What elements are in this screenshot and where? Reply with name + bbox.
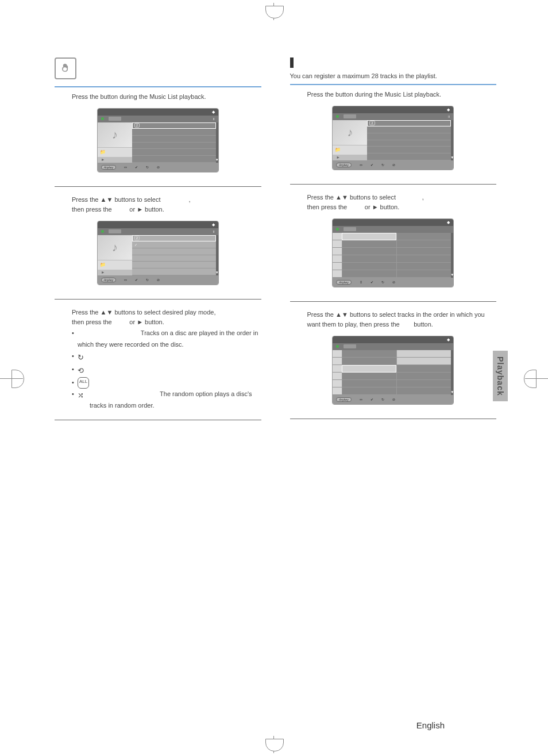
screenshot-footer: Anykey ⇔ ✔ ↻ ⊘ <box>98 163 218 172</box>
play-bar: ► <box>98 157 132 163</box>
intro-text: You can register a maximum 28 tracks in … <box>290 72 497 79</box>
updown-icon: ▲▼ <box>101 196 113 203</box>
divider <box>55 420 261 420</box>
screenshot-footer: Anykey ⇔ ✔ ↻ ⊘ <box>98 275 218 285</box>
play-bar: ► <box>333 155 367 160</box>
scroll-down-icon: ▼ <box>450 156 454 159</box>
title-bar-icon <box>290 57 294 68</box>
crop-mark-top <box>265 3 283 20</box>
bullet: • <box>72 364 74 377</box>
right-column: You can register a maximum 28 tracks in … <box>290 57 497 693</box>
foot-icon: ⇔ <box>124 278 127 282</box>
album-thumb: ♪ <box>333 120 367 145</box>
hand-icon <box>55 57 76 79</box>
right-arrow-icon: ► <box>137 318 143 325</box>
dot-icon: ◆ <box>447 108 450 112</box>
foot-icon: ⊘ <box>157 165 160 169</box>
updown-icon: ▲▼ <box>335 194 348 201</box>
list-row <box>367 140 451 147</box>
right-step1-text: Press the button during the Music List p… <box>307 90 497 100</box>
text: button. <box>145 206 164 213</box>
text: Press the <box>307 194 336 201</box>
badge: 2 <box>369 121 375 125</box>
list-row: 2 <box>132 235 216 242</box>
section-title-marker <box>290 57 497 68</box>
divider <box>55 299 261 300</box>
foot-icon: ⊘ <box>157 278 160 282</box>
text: Press the <box>72 196 101 203</box>
scroll-down-icon: ▼ <box>450 390 454 394</box>
crop-mark-left <box>0 378 23 379</box>
text: button. <box>414 321 433 328</box>
repeat-list-icon: ⟲ <box>78 364 84 377</box>
dot-icon: ◆ <box>447 220 450 225</box>
text: or <box>129 206 137 213</box>
rec-dot-icon <box>101 117 104 120</box>
text: then press the <box>72 318 114 325</box>
text: then press the <box>307 204 349 210</box>
text: Press the <box>307 91 336 98</box>
text: The random option plays a disc's tracks … <box>90 390 252 409</box>
bullet: • <box>72 351 74 364</box>
list-row <box>367 153 451 160</box>
list-row <box>132 149 216 156</box>
anykey-badge: Anykey <box>101 278 116 282</box>
list-row <box>367 133 451 140</box>
dot-icon: ◆ <box>212 110 215 114</box>
crop-mark-right <box>525 378 548 379</box>
crop-mark-bottom <box>265 736 283 753</box>
left-step2-text: Press the ▲▼ buttons to select , then pr… <box>72 195 261 215</box>
text: button during the Music List playback. <box>101 93 206 100</box>
updown-icon: ▲▼ <box>335 311 348 318</box>
text: , <box>422 194 424 201</box>
left-step3-text: Press the ▲▼ buttons to select desired p… <box>72 308 261 328</box>
scroll-down-icon: ▼ <box>450 273 454 277</box>
divider <box>290 84 497 85</box>
repeat-track-icon: ↻ <box>78 351 84 364</box>
text: buttons to select desired play mode, <box>114 309 215 316</box>
folder-row: 📁 <box>333 145 367 155</box>
dot-icon: ◆ <box>212 222 215 227</box>
text: button. <box>145 318 164 325</box>
list-row <box>132 129 216 136</box>
footer-language: English <box>416 720 445 730</box>
screenshot-footer: Anykey ⇔ ✔ ↻ ⊘ <box>333 395 453 404</box>
foot-icon: ↻ <box>146 165 149 169</box>
text: Press the <box>72 309 101 316</box>
list-row <box>132 262 216 268</box>
pause-icon: II <box>213 230 214 233</box>
bullet: • <box>72 389 74 412</box>
text: or <box>365 204 372 210</box>
updown-icon: ▲▼ <box>101 309 113 316</box>
ui-screenshot: ◆ II ♪ 📁 ► 2 ✓ <box>97 221 219 285</box>
right-arrow-icon: ► <box>372 204 379 210</box>
anykey-badge: Anykey <box>336 280 351 285</box>
list-row: 2 <box>132 122 216 129</box>
text: , <box>188 196 190 203</box>
scroll-down-icon: ▼ <box>215 158 219 162</box>
ui-screenshot: ◆ II ♪ 📁 ► 2 <box>332 106 454 170</box>
text: button during the Music List playback. <box>335 91 441 98</box>
right-arrow-icon: ► <box>137 206 143 213</box>
text: button. <box>380 204 400 210</box>
ui-screenshot: ◆ II ♪ 📁 ► 2 <box>97 108 219 172</box>
playlist-screenshot: ◆ ▼ Anykey ⇕ ✔ ↻ <box>332 218 454 287</box>
pause-icon: II <box>448 115 450 118</box>
screenshot-footer: Anykey ⇕ ✔ ↻ ⊘ <box>333 278 453 287</box>
pause-icon: II <box>213 117 214 121</box>
play-mode-list: • Tracks on a disc are played in the ord… <box>72 328 261 412</box>
text: or <box>129 318 137 325</box>
foot-icon: ✔ <box>135 165 138 169</box>
text: Press the <box>72 93 101 100</box>
left-step1-text: Press the button during the Music List p… <box>72 92 261 102</box>
foot-icon: ⇔ <box>124 165 127 169</box>
list-row <box>367 126 451 133</box>
album-thumb: ♪ <box>98 235 132 260</box>
divider <box>290 184 497 185</box>
hdr-block <box>109 117 121 121</box>
playlist-screenshot: ◆ ▼ Anykey ⇔ ✔ ↻ <box>332 336 454 405</box>
list-row: ✓ <box>132 241 216 248</box>
right-step2-text: Press the ▲▼ buttons to select , then pr… <box>307 193 497 213</box>
anykey-badge: Anykey <box>336 163 351 167</box>
left-column: Press the button during the Music List p… <box>55 57 261 693</box>
